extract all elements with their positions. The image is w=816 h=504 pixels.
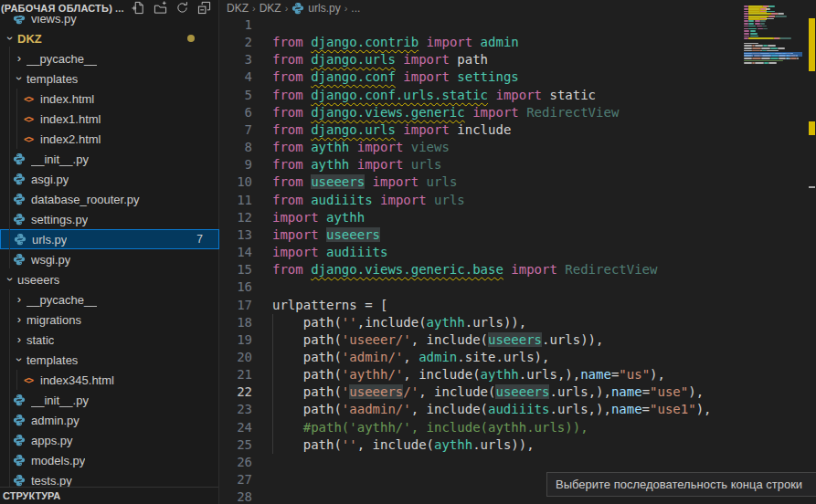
overview-ruler[interactable] bbox=[803, 0, 816, 504]
sidebar-item-index-html[interactable]: <>index.html bbox=[0, 89, 219, 109]
code-line-26[interactable]: 26 bbox=[220, 454, 816, 471]
sidebar-item-urls-py[interactable]: urls.py7 bbox=[0, 229, 219, 249]
sidebar-item-asgi-py[interactable]: asgi.py bbox=[0, 169, 219, 189]
sidebar-item-dkz[interactable]: ›DKZ bbox=[0, 28, 219, 48]
sidebar-item-settings-py[interactable]: settings.py bbox=[0, 209, 219, 229]
code-line-21[interactable]: 21 path('aythh/', include(aythh.urls,),n… bbox=[220, 366, 816, 383]
code-line-19[interactable]: 19 path('useeer/', include(useeers.urls)… bbox=[220, 331, 816, 349]
workspace-section-header[interactable]: (РАБОЧАЯ ОБЛАСТЬ) ... bbox=[0, 0, 218, 16]
code-text: import useeers bbox=[272, 226, 380, 244]
code-line-24[interactable]: 24 #path('aythh/', include(aythh.urls)), bbox=[220, 419, 816, 436]
code-line-14[interactable]: 14import audiiits bbox=[220, 244, 816, 261]
code-line-3[interactable]: 3from django.urls import path bbox=[220, 51, 816, 68]
chevron-down-icon: › bbox=[12, 71, 26, 86]
sidebar-item--pycache-[interactable]: ›__pycache__ bbox=[0, 289, 219, 310]
breadcrumb: DKZ›DKZ›urls.py›... bbox=[220, 0, 816, 16]
sidebar-item-migrations[interactable]: ›migrations bbox=[0, 310, 219, 330]
breadcrumb-item[interactable]: DKZ bbox=[227, 2, 249, 15]
code-text: #path('aythh/', include(aythh.urls)), bbox=[272, 419, 588, 436]
sidebar-item-index345-html[interactable]: <>index345.html bbox=[0, 370, 219, 390]
sidebar-item--init-py[interactable]: __init__.py bbox=[0, 390, 219, 410]
line-number: 23 bbox=[220, 401, 252, 418]
python-icon bbox=[13, 414, 26, 426]
code-line-13[interactable]: 13import useeers bbox=[220, 226, 816, 244]
tree-item-label: tests.py bbox=[31, 474, 72, 488]
new-folder-icon[interactable] bbox=[153, 1, 167, 16]
sidebar-item--pycache-[interactable]: ›__pycache__ bbox=[0, 48, 219, 68]
tree-item-label: index2.html bbox=[40, 132, 101, 146]
collapse-all-icon[interactable] bbox=[196, 1, 211, 16]
ruler-mark bbox=[809, 18, 815, 71]
outline-section-header[interactable]: СТРУКТУРА bbox=[0, 487, 218, 504]
sidebar-item-templates[interactable]: ›templates bbox=[0, 68, 219, 89]
code-area[interactable]: 12from django.contrib import admin3from … bbox=[220, 16, 816, 504]
sidebar-item-index1-html[interactable]: <>index1.html bbox=[0, 109, 219, 129]
code-line-17[interactable]: 17urlpatterns = [ bbox=[220, 297, 816, 314]
breadcrumb-item[interactable]: ... bbox=[351, 2, 360, 15]
tree-indent-guide bbox=[9, 47, 10, 268]
code-line-6[interactable]: 6from django.views.generic import Redire… bbox=[220, 104, 816, 121]
code-text: path('aythh/', include(aythh.urls,),name… bbox=[272, 366, 665, 383]
sidebar-item-index2-html[interactable]: <>index2.html bbox=[0, 129, 219, 149]
sidebar-item-static[interactable]: ›static bbox=[0, 330, 219, 350]
code-line-4[interactable]: 4from django.conf import settings bbox=[220, 68, 816, 86]
sidebar-item-database-roouter-py[interactable]: database_roouter.py bbox=[0, 189, 219, 209]
code-text: from django.urls import include bbox=[272, 121, 511, 139]
python-icon bbox=[13, 394, 26, 406]
minimap[interactable] bbox=[744, 3, 802, 78]
tree-item-label: urls.py bbox=[32, 233, 67, 247]
chevron-down-icon: › bbox=[3, 31, 17, 46]
line-number: 3 bbox=[220, 51, 252, 68]
tree-item-label: __init__.py bbox=[31, 152, 89, 166]
sidebar-item-useeers[interactable]: ›useeers bbox=[0, 269, 219, 289]
sidebar-item--init-py[interactable]: __init__.py bbox=[0, 149, 219, 169]
code-line-18[interactable]: 18 path('',include(aythh.urls)), bbox=[220, 314, 816, 331]
sidebar-item-apps-py[interactable]: apps.py bbox=[0, 430, 219, 450]
code-text: from aythh import views bbox=[272, 139, 450, 156]
code-line-9[interactable]: 9from aythh import urls bbox=[220, 156, 816, 173]
line-number: 14 bbox=[220, 244, 252, 261]
breadcrumb-item[interactable]: DKZ bbox=[260, 2, 281, 15]
tree-item-label: static bbox=[26, 333, 54, 347]
code-line-10[interactable]: 10from useeers import urls bbox=[220, 173, 816, 191]
code-text: path('useeers/', include(useeers.urls,),… bbox=[272, 383, 704, 401]
line-number: 25 bbox=[220, 436, 252, 454]
vscode-window: { "sidebar": { "header": { "title": "(РА… bbox=[0, 0, 816, 504]
code-line-25[interactable]: 25 path('', include(aythh.urls)), bbox=[220, 436, 816, 454]
line-number: 1 bbox=[220, 16, 252, 34]
code-text: from audiiits import urls bbox=[272, 192, 465, 209]
python-icon bbox=[14, 233, 26, 246]
sidebar-item-templates[interactable]: ›templates bbox=[0, 350, 219, 370]
code-text: urlpatterns = [ bbox=[272, 297, 387, 314]
code-line-15[interactable]: 15from django.views.generic.base import … bbox=[220, 261, 816, 278]
editor-pane: DKZ›DKZ›urls.py›... 12from django.contri… bbox=[220, 0, 816, 504]
refresh-icon[interactable] bbox=[175, 1, 189, 16]
new-file-icon[interactable] bbox=[131, 1, 145, 16]
code-line-16[interactable]: 16 bbox=[220, 278, 816, 296]
code-line-20[interactable]: 20 path('admin/', admin.site.urls), bbox=[220, 349, 816, 366]
line-number: 13 bbox=[220, 226, 252, 244]
sidebar-item-models-py[interactable]: models.py bbox=[0, 450, 219, 470]
code-line-23[interactable]: 23 path('aadmin/', include(audiiits.urls… bbox=[220, 401, 816, 418]
line-number: 16 bbox=[220, 278, 252, 296]
line-number: 21 bbox=[220, 366, 252, 383]
code-line-1[interactable]: 1 bbox=[220, 16, 816, 34]
code-text: import audiiits bbox=[272, 244, 387, 261]
more-actions-button[interactable]: ... bbox=[115, 3, 124, 14]
breadcrumb-item[interactable]: urls.py bbox=[291, 2, 340, 15]
code-line-2[interactable]: 2from django.contrib import admin bbox=[220, 34, 816, 51]
code-line-11[interactable]: 11from audiiits import urls bbox=[220, 192, 816, 209]
python-icon bbox=[13, 173, 26, 185]
code-line-22[interactable]: 22 path('useeers/', include(useeers.urls… bbox=[220, 383, 816, 401]
code-text: from useeers import urls bbox=[272, 173, 457, 191]
code-line-8[interactable]: 8from aythh import views bbox=[220, 139, 816, 156]
sidebar-item-wsgi-py[interactable]: wsgi.py bbox=[0, 249, 219, 269]
tree-item-label: database_roouter.py bbox=[31, 193, 140, 206]
code-line-5[interactable]: 5from django.conf.urls.static import sta… bbox=[220, 87, 816, 104]
tree-item-label: templates bbox=[26, 353, 78, 367]
sidebar-item-admin-py[interactable]: admin.py bbox=[0, 410, 219, 430]
code-line-7[interactable]: 7from django.urls import include bbox=[220, 121, 816, 139]
code-text: path('', include(aythh.urls)), bbox=[272, 436, 535, 454]
line-number: 2 bbox=[220, 34, 252, 51]
code-line-12[interactable]: 12import aythh bbox=[220, 209, 816, 226]
